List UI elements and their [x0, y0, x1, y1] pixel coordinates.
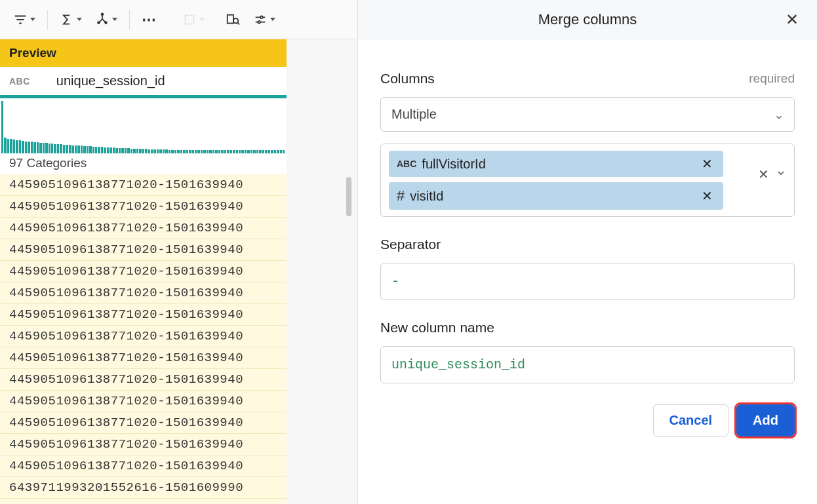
histogram-bar: [69, 145, 71, 153]
histogram-bar: [101, 147, 103, 153]
histogram-bar: [121, 148, 123, 153]
histogram-bar: [107, 147, 109, 153]
footer-buttons: Cancel Add: [380, 404, 795, 436]
new-column-name-input[interactable]: [380, 346, 795, 383]
histogram-bar: [57, 144, 59, 153]
remove-chip-icon[interactable]: ✕: [699, 188, 715, 204]
toolbar: ⋯: [0, 0, 357, 39]
sliders-icon: [253, 12, 268, 27]
remove-chip-icon[interactable]: ✕: [699, 156, 715, 172]
columns-select[interactable]: Multiple: [380, 97, 795, 132]
chevron-down-icon[interactable]: [776, 168, 786, 181]
table-row[interactable]: 4459051096138771020-1501639940: [0, 261, 287, 282]
column-header[interactable]: ABC unique_session_id: [0, 67, 287, 98]
chip-label: fullVisitorId: [422, 157, 485, 172]
histogram-bar: [136, 149, 138, 153]
histogram-bar: [33, 142, 35, 153]
histogram-bar: [81, 145, 83, 153]
table-row[interactable]: 4459051096138771020-1501639940: [0, 174, 287, 196]
table-row[interactable]: 4459051096138771020-1501639940: [0, 434, 287, 456]
histogram-bar: [133, 149, 135, 153]
table-row[interactable]: 4459051096138771020-1501639940: [0, 218, 287, 239]
caret-down-icon: [199, 18, 205, 21]
histogram-bar: [25, 142, 27, 153]
histogram-bar: [145, 149, 147, 153]
table-row[interactable]: 6439711993201552616-1501609990: [0, 477, 287, 499]
table-row[interactable]: 4459051096138771020-1501639940: [0, 239, 287, 261]
panel-title: Merge columns: [538, 11, 637, 28]
column-chip[interactable]: #visitId✕: [389, 182, 723, 210]
table-row[interactable]: 4459051096138771020-1501639940: [0, 391, 287, 412]
columns-chips: ABCfullVisitorId✕#visitId✕ ✕: [380, 144, 795, 217]
histogram-bar: [1, 101, 3, 153]
chips-list: ABCfullVisitorId✕#visitId✕: [389, 151, 750, 210]
histogram-bar: [75, 145, 77, 153]
divider: [129, 10, 130, 29]
filter-button[interactable]: [7, 7, 42, 32]
left-panel: ⋯ Preview ABC unique_session_id 97 Categ: [0, 0, 358, 504]
histogram-bar: [77, 145, 79, 153]
table-row[interactable]: 4459051096138771020-1501639940: [0, 369, 287, 391]
sigma-icon: [60, 12, 74, 27]
histogram-bar: [83, 146, 85, 153]
histogram-bar: [92, 147, 94, 153]
chip-content: ABCfullVisitorId: [397, 157, 486, 172]
scrollbar-thumb[interactable]: [346, 177, 351, 216]
histogram-bar: [110, 147, 111, 153]
separator-label: Separator: [380, 237, 441, 252]
table-row[interactable]: 4459051096138771020-1501639940: [0, 282, 287, 304]
separator-field-row: Separator: [380, 237, 795, 252]
svg-point-1: [98, 22, 100, 24]
close-icon[interactable]: ✕: [780, 8, 804, 31]
histogram-bar: [28, 142, 30, 153]
histogram-bar: [37, 142, 39, 153]
svg-rect-4: [228, 14, 233, 23]
histogram-bar: [104, 147, 106, 153]
histogram-bar: [87, 146, 89, 153]
settings-button[interactable]: [247, 7, 282, 32]
add-button[interactable]: Add: [736, 404, 795, 436]
histogram-bar: [13, 140, 15, 153]
histogram-bar: [51, 144, 53, 153]
data-rows: 4459051096138771020-15016399404459051096…: [0, 174, 287, 504]
chip-content: #visitId: [397, 187, 443, 204]
columns-select-value: Multiple: [391, 107, 437, 122]
table-row[interactable]: 4459051096138771020-1501639940: [0, 347, 287, 369]
separator-input[interactable]: [380, 263, 795, 300]
table-row[interactable]: 4459051096138771020-1501639940: [0, 304, 287, 326]
histogram: [0, 98, 287, 153]
svg-point-2: [105, 22, 107, 24]
histogram-bar: [127, 148, 129, 153]
histogram-bar: [130, 149, 132, 153]
histogram-bar: [4, 138, 6, 153]
histogram-bar: [45, 143, 47, 153]
selection-button[interactable]: [176, 7, 211, 32]
ellipsis-icon: ⋯: [142, 12, 156, 27]
table-row[interactable]: 4459051096138771020-1501639940: [0, 196, 287, 218]
split-button[interactable]: [89, 7, 124, 32]
type-tag: ABC: [9, 76, 30, 87]
histogram-bar: [115, 148, 117, 153]
column-chip[interactable]: ABCfullVisitorId✕: [389, 151, 723, 177]
histogram-bar: [71, 145, 73, 153]
hash-icon: #: [397, 187, 405, 204]
histogram-bar: [39, 143, 41, 153]
histogram-bar: [119, 148, 121, 153]
table-row[interactable]: 4459051096138771020-1501639940: [0, 456, 287, 477]
more-button[interactable]: ⋯: [135, 7, 163, 32]
aggregate-button[interactable]: [53, 7, 89, 32]
table-row[interactable]: 6439711993201552616-1501609990: [0, 499, 287, 504]
svg-rect-3: [185, 15, 193, 24]
find-replace-button[interactable]: [219, 7, 247, 32]
panel-header: Merge columns ✕: [358, 0, 817, 39]
column-name: unique_session_id: [56, 73, 165, 88]
histogram-bar: [7, 139, 9, 153]
table-row[interactable]: 4459051096138771020-1501639940: [0, 326, 287, 347]
histogram-bar: [89, 146, 91, 153]
svg-point-5: [233, 18, 238, 23]
preview-area: Preview ABC unique_session_id 97 Categor…: [0, 39, 357, 504]
clear-all-icon[interactable]: ✕: [758, 166, 769, 182]
cancel-button[interactable]: Cancel: [653, 404, 729, 436]
histogram-bar: [63, 145, 65, 153]
table-row[interactable]: 4459051096138771020-1501639940: [0, 412, 287, 434]
